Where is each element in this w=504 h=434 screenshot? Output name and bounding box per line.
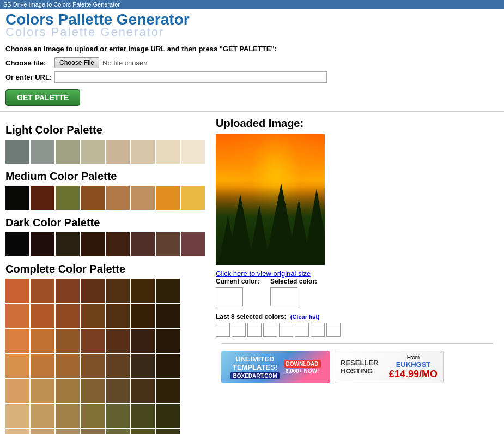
dark-color-swatch[interactable] [81, 232, 105, 256]
complete-color-swatch[interactable] [31, 379, 54, 403]
complete-color-swatch[interactable] [131, 329, 155, 353]
medium-color-swatch[interactable] [56, 186, 80, 210]
light-color-swatch[interactable] [81, 140, 105, 164]
complete-palette-grid [5, 279, 205, 434]
medium-color-swatch[interactable] [5, 186, 29, 210]
dark-color-swatch[interactable] [156, 232, 180, 256]
complete-color-swatch[interactable] [56, 304, 80, 328]
complete-color-swatch[interactable] [81, 429, 105, 434]
last-color-box[interactable] [279, 323, 293, 337]
complete-color-swatch[interactable] [156, 429, 180, 434]
complete-color-swatch[interactable] [156, 379, 180, 403]
complete-color-swatch[interactable] [56, 404, 80, 428]
ad-boxedart[interactable]: UNLIMITED TEMPLATES! BOXEDART.COM DOWNLO… [221, 351, 330, 383]
complete-color-swatch[interactable] [56, 279, 80, 303]
complete-color-swatch[interactable] [31, 304, 54, 328]
light-color-swatch[interactable] [131, 140, 155, 164]
ad-eukhost[interactable]: RESELLER HOSTING From EUKHGST £14.99/MO [335, 351, 444, 383]
complete-color-swatch[interactable] [56, 429, 80, 434]
complete-color-swatch[interactable] [106, 404, 130, 428]
medium-color-swatch[interactable] [131, 186, 155, 210]
complete-color-swatch[interactable] [81, 404, 105, 428]
uploaded-image [216, 134, 325, 265]
complete-color-swatch[interactable] [106, 429, 130, 434]
view-original-link[interactable]: Click here to view original size [216, 269, 311, 278]
complete-color-swatch[interactable] [5, 404, 29, 428]
last-color-box[interactable] [247, 323, 262, 337]
complete-color-swatch[interactable] [106, 354, 130, 378]
last-color-box[interactable] [232, 323, 246, 337]
complete-color-swatch[interactable] [106, 329, 130, 353]
complete-color-swatch[interactable] [31, 329, 54, 353]
complete-color-swatch[interactable] [81, 354, 105, 378]
complete-color-swatch[interactable] [81, 304, 105, 328]
complete-color-swatch[interactable] [156, 354, 180, 378]
current-color-display[interactable] [216, 287, 243, 306]
get-palette-button[interactable]: GET PALETTE [5, 89, 80, 106]
complete-color-swatch[interactable] [5, 354, 29, 378]
last-color-box[interactable] [295, 323, 309, 337]
complete-color-swatch[interactable] [156, 304, 180, 328]
dark-palette-title: Dark Color Palette [5, 216, 205, 229]
light-color-swatch[interactable] [31, 140, 54, 164]
complete-color-swatch[interactable] [31, 429, 54, 434]
light-color-swatch[interactable] [106, 140, 130, 164]
complete-color-swatch[interactable] [56, 354, 80, 378]
left-panel: Light Color Palette Medium Color Palette… [5, 117, 205, 434]
light-color-swatch[interactable] [5, 140, 29, 164]
complete-color-swatch[interactable] [106, 279, 130, 303]
complete-color-swatch[interactable] [81, 329, 105, 353]
tooltip-bar: SS Drive Image to Colors Palette Generat… [0, 0, 504, 9]
complete-color-swatch[interactable] [156, 279, 180, 303]
last-color-box[interactable] [216, 323, 230, 337]
dark-color-swatch[interactable] [181, 232, 205, 256]
choose-file-button[interactable]: Choose File [54, 57, 99, 68]
medium-color-swatch[interactable] [106, 186, 130, 210]
current-color-box: Current color: [216, 278, 259, 306]
complete-color-swatch[interactable] [5, 279, 29, 303]
medium-color-swatch[interactable] [31, 186, 54, 210]
medium-color-swatch[interactable] [156, 186, 180, 210]
light-color-swatch[interactable] [181, 140, 205, 164]
clear-list-link[interactable]: (Clear list) [290, 314, 320, 320]
selected-color-display[interactable] [270, 287, 297, 306]
url-label: Or enter URL: [5, 73, 54, 81]
complete-color-swatch[interactable] [56, 329, 80, 353]
light-color-swatch[interactable] [156, 140, 180, 164]
url-input[interactable] [54, 71, 327, 83]
complete-color-swatch[interactable] [31, 404, 54, 428]
medium-color-swatch[interactable] [81, 186, 105, 210]
complete-color-swatch[interactable] [156, 404, 180, 428]
dark-color-swatch[interactable] [31, 232, 54, 256]
complete-color-swatch[interactable] [131, 429, 155, 434]
complete-color-swatch[interactable] [131, 279, 155, 303]
complete-color-swatch[interactable] [31, 354, 54, 378]
dark-color-swatch[interactable] [131, 232, 155, 256]
complete-color-swatch[interactable] [131, 379, 155, 403]
complete-color-swatch[interactable] [131, 404, 155, 428]
complete-color-swatch[interactable] [5, 304, 29, 328]
complete-color-swatch[interactable] [81, 379, 105, 403]
complete-color-swatch[interactable] [81, 279, 105, 303]
light-palette-title: Light Color Palette [5, 124, 205, 136]
complete-color-swatch[interactable] [156, 329, 180, 353]
complete-color-swatch[interactable] [106, 304, 130, 328]
last-color-box[interactable] [326, 323, 341, 337]
complete-color-swatch[interactable] [31, 279, 54, 303]
medium-color-swatch[interactable] [181, 186, 205, 210]
dark-color-swatch[interactable] [106, 232, 130, 256]
dark-color-swatch[interactable] [5, 232, 29, 256]
complete-color-swatch[interactable] [5, 329, 29, 353]
light-color-swatch[interactable] [56, 140, 80, 164]
watermark: Colors Palette Generator [5, 25, 499, 39]
complete-color-swatch[interactable] [5, 429, 29, 434]
complete-color-swatch[interactable] [5, 379, 29, 403]
complete-color-swatch[interactable] [106, 379, 130, 403]
complete-color-swatch[interactable] [131, 354, 155, 378]
last-color-box[interactable] [263, 323, 277, 337]
last-color-box[interactable] [311, 323, 325, 337]
complete-color-swatch[interactable] [131, 304, 155, 328]
dark-color-swatch[interactable] [56, 232, 80, 256]
complete-color-swatch[interactable] [56, 379, 80, 403]
ad-boxedart-cta: DOWNLOAD 6,000+ NOW! [284, 360, 321, 374]
